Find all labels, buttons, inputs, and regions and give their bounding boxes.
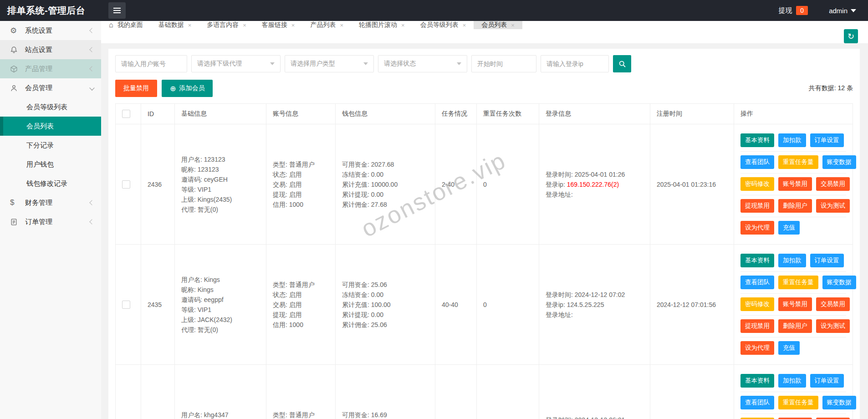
tab-customer-service-link[interactable]: 客服链接 × <box>254 21 303 29</box>
column-header-task-status: 任务情况 <box>435 104 477 124</box>
refresh-button[interactable]: ↻ <box>844 29 858 43</box>
search-button[interactable] <box>613 55 631 72</box>
member-id: 2434 <box>141 365 175 419</box>
batch-disable-button[interactable]: 批量禁用 <box>115 80 157 97</box>
tab-multilanguage-content[interactable]: 多语言内容 × <box>199 21 254 29</box>
agent-select[interactable]: 请选择下级代理 <box>191 55 281 72</box>
view-team-button[interactable]: 查看团队 <box>740 396 774 409</box>
login-ip-input[interactable] <box>541 55 609 72</box>
total-count-label: 共有数据: 12 条 <box>809 84 853 92</box>
set-test-button[interactable]: 设为测试 <box>816 199 850 213</box>
disable-withdraw-button[interactable]: 提现禁用 <box>740 319 774 333</box>
close-icon[interactable]: × <box>340 22 343 29</box>
disable-trade-button[interactable]: 交易禁用 <box>816 177 850 191</box>
withdraw-count-badge: 0 <box>796 6 808 15</box>
add-deduct-button[interactable]: 加扣款 <box>778 374 806 388</box>
column-header-reset-count: 重置任务次数 <box>477 104 539 124</box>
member-id: 2435 <box>141 245 175 365</box>
disable-account-button[interactable]: 账号禁用 <box>778 177 812 191</box>
basic-info: 用户名: khg4347昵称: khg4347 邀请码: 1fkHmo <box>181 410 260 419</box>
sidebar-item-product-management[interactable]: 产品管理 <box>0 59 101 78</box>
disable-withdraw-button[interactable]: 提现禁用 <box>740 199 774 213</box>
tab-member-level-list[interactable]: 会员等级列表 × <box>413 21 474 29</box>
reset-count: 0 <box>477 245 539 365</box>
sidebar-item-system-settings[interactable]: ⚙ 系统设置 <box>0 21 101 40</box>
select-all-checkbox[interactable] <box>122 110 130 118</box>
close-icon[interactable]: × <box>243 22 246 29</box>
sidebar-item-finance-management[interactable]: $ 财务管理 <box>0 193 101 212</box>
add-deduct-button[interactable]: 加扣款 <box>778 254 806 267</box>
sidebar-item-downscore-records[interactable]: 下分记录 <box>0 136 101 155</box>
tab-carousel-images[interactable]: 轮播图片滚动 × <box>351 21 413 29</box>
user-menu[interactable]: admin <box>829 7 856 15</box>
close-icon[interactable]: × <box>401 22 405 29</box>
account-changes-button[interactable]: 账变数据 <box>822 155 856 169</box>
basic-info: 用户名: 123123昵称: 123123 邀请码: ceyGEH等级: VIP… <box>181 154 260 215</box>
change-password-button[interactable]: 密码修改 <box>740 297 774 311</box>
sidebar-item-member-level-list[interactable]: 会员等级列表 <box>0 97 101 117</box>
tab-product-list[interactable]: 产品列表 × <box>302 21 351 29</box>
sidebar-item-order-management[interactable]: 订单管理 <box>0 212 101 231</box>
reset-task-volume-button[interactable]: 重置任务量 <box>778 155 818 169</box>
withdraw-menu[interactable]: 提现 0 <box>778 6 808 15</box>
delete-user-button[interactable]: 删除用户 <box>778 199 812 213</box>
recharge-button[interactable]: 充值 <box>778 341 800 355</box>
recharge-button[interactable]: 充值 <box>778 221 800 235</box>
wallet-info: 可用资金: 2027.68冻结资金: 0.00 累计充值: 10000.00累计… <box>342 159 429 210</box>
user-type-select[interactable]: 请选择用户类型 <box>285 55 374 72</box>
reset-count: 0 <box>477 365 539 419</box>
close-icon[interactable]: × <box>188 22 192 29</box>
start-time-input[interactable] <box>471 55 536 72</box>
login-ip: 124.5.25.225 <box>567 301 604 308</box>
sidebar-item-member-list[interactable]: 会员列表 <box>0 117 101 136</box>
account-changes-button[interactable]: 账变数据 <box>822 396 856 409</box>
sidebar-item-site-settings[interactable]: 站点设置 <box>0 40 101 59</box>
set-test-button[interactable]: 设为测试 <box>816 319 850 333</box>
close-icon[interactable]: × <box>291 22 295 29</box>
column-header-account-info: 账号信息 <box>266 104 336 124</box>
basic-info-button[interactable]: 基本资料 <box>740 133 774 147</box>
hamburger-menu-icon[interactable] <box>108 2 126 19</box>
row-checkbox[interactable] <box>122 180 130 189</box>
column-header-basic-info: 基础信息 <box>175 104 266 124</box>
close-icon[interactable]: × <box>511 22 515 29</box>
basic-info: 用户名: Kings昵称: Kings 邀请码: eegppf等级: VIP1 … <box>181 275 260 335</box>
table-row: 2436 用户名: 123123昵称: 123123 邀请码: ceyGEH等级… <box>116 124 853 245</box>
status-select[interactable]: 请选择状态 <box>378 55 467 72</box>
account-changes-button[interactable]: 账变数据 <box>822 276 856 289</box>
delete-user-button[interactable]: 删除用户 <box>778 319 812 333</box>
reset-task-volume-button[interactable]: 重置任务量 <box>778 276 818 289</box>
disable-trade-button[interactable]: 交易禁用 <box>816 297 850 311</box>
account-input[interactable] <box>115 55 187 72</box>
order-settings-button[interactable]: 订单设置 <box>810 374 844 388</box>
tab-member-list[interactable]: 会员列表 × <box>474 21 522 29</box>
close-icon[interactable]: × <box>463 22 466 29</box>
basic-info-button[interactable]: 基本资料 <box>740 374 774 388</box>
disable-account-button[interactable]: 账号禁用 <box>778 297 812 311</box>
reset-task-volume-button[interactable]: 重置任务量 <box>778 396 818 409</box>
row-checkbox[interactable] <box>122 301 130 309</box>
view-team-button[interactable]: 查看团队 <box>740 155 774 169</box>
table-row: 2434 用户名: khg4347昵称: khg4347 邀请码: 1fkHmo… <box>116 365 853 419</box>
sidebar-item-user-wallet[interactable]: 用户钱包 <box>0 155 101 174</box>
sidebar-item-member-management[interactable]: 会员管理 <box>0 78 101 97</box>
set-agent-button[interactable]: 设为代理 <box>740 221 774 235</box>
order-settings-button[interactable]: 订单设置 <box>810 133 844 147</box>
list-actions-row: 批量禁用 ⊕ 添加会员 共有数据: 12 条 <box>115 80 853 97</box>
dollar-icon: $ <box>10 198 19 207</box>
set-agent-button[interactable]: 设为代理 <box>740 341 774 355</box>
tab-basic-data[interactable]: 基础数据 × <box>151 21 199 29</box>
add-member-button[interactable]: ⊕ 添加会员 <box>162 80 213 97</box>
chevron-down-icon <box>363 62 368 65</box>
wallet-info: 可用资金: 16.69冻结资金: 0.00 累计充值: 100.00 <box>342 410 429 419</box>
sidebar-item-wallet-modify-records[interactable]: 钱包修改记录 <box>0 174 101 193</box>
add-deduct-button[interactable]: 加扣款 <box>778 133 806 147</box>
order-settings-button[interactable]: 订单设置 <box>810 254 844 267</box>
view-team-button[interactable]: 查看团队 <box>740 276 774 289</box>
basic-info-button[interactable]: 基本资料 <box>740 254 774 267</box>
chevron-left-icon <box>89 28 94 33</box>
tab-my-desktop[interactable]: ⌂ 我的桌面 <box>101 21 151 29</box>
app-title: 排单系统-管理后台 <box>0 5 101 17</box>
username: admin <box>829 7 848 15</box>
change-password-button[interactable]: 密码修改 <box>740 177 774 191</box>
